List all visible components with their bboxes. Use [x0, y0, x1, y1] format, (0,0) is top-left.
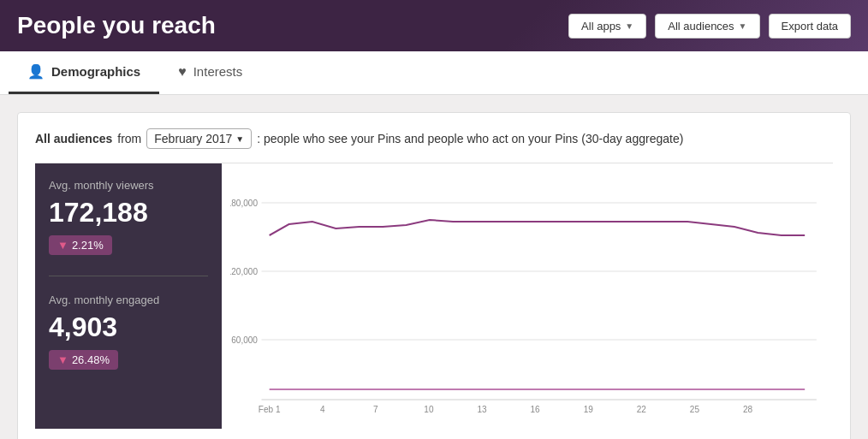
interests-icon: ♥ [178, 64, 187, 80]
svg-text:16: 16 [531, 404, 540, 415]
chart-svg: 180,000 120,000 60,000 Feb 1 4 7 10 13 1 [230, 177, 824, 417]
tabs-bar: 👤 Demographics ♥ Interests [0, 51, 868, 95]
all-audiences-button[interactable]: All audiences ▼ [655, 14, 759, 39]
svg-text:Feb 1: Feb 1 [259, 404, 281, 415]
svg-text:19: 19 [584, 404, 593, 415]
engaged-change-badge: ▼ 26.48% [49, 350, 118, 370]
svg-text:25: 25 [690, 404, 699, 415]
page-header: People you reach All apps ▼ All audience… [0, 0, 868, 51]
viewers-change-badge: ▼ 2.21% [49, 235, 112, 255]
tab-interests[interactable]: ♥ Interests [159, 51, 261, 94]
svg-text:60,000: 60,000 [231, 335, 258, 346]
export-data-button[interactable]: Export data [769, 14, 852, 39]
stat-divider [49, 276, 208, 276]
chevron-down-icon: ▼ [739, 21, 747, 31]
header-controls: All apps ▼ All audiences ▼ Export data [568, 14, 851, 39]
chart-panel: 180,000 120,000 60,000 Feb 1 4 7 10 13 1 [222, 163, 833, 429]
tab-demographics[interactable]: 👤 Demographics [9, 51, 159, 94]
chart-container: Avg. monthly viewers 172,188 ▼ 2.21% Avg… [35, 163, 833, 429]
svg-text:13: 13 [477, 404, 486, 415]
date-selector[interactable]: February 2017 ▼ [146, 128, 252, 149]
chevron-down-icon: ▼ [235, 134, 244, 144]
svg-text:28: 28 [743, 404, 752, 415]
demographics-icon: 👤 [27, 63, 45, 80]
viewers-stat: Avg. monthly viewers 172,188 ▼ 2.21% [49, 179, 208, 255]
chevron-down-icon: ▼ [625, 21, 633, 31]
engaged-stat: Avg. monthly engaged 4,903 ▼ 26.48% [49, 294, 208, 370]
svg-text:10: 10 [424, 404, 433, 415]
audience-description: All audiences from February 2017 ▼ : peo… [35, 128, 833, 149]
stats-panel: Avg. monthly viewers 172,188 ▼ 2.21% Avg… [35, 163, 222, 429]
svg-text:120,000: 120,000 [230, 266, 258, 277]
main-content: All audiences from February 2017 ▼ : peo… [0, 95, 868, 439]
svg-text:7: 7 [373, 404, 378, 415]
down-arrow-icon: ▼ [57, 239, 68, 252]
svg-text:4: 4 [320, 404, 325, 415]
down-arrow-icon: ▼ [57, 353, 68, 366]
svg-text:180,000: 180,000 [230, 198, 258, 209]
main-card: All audiences from February 2017 ▼ : peo… [17, 112, 851, 439]
all-apps-button[interactable]: All apps ▼ [568, 14, 646, 39]
page-title: People you reach [17, 12, 216, 39]
svg-text:22: 22 [637, 404, 646, 415]
